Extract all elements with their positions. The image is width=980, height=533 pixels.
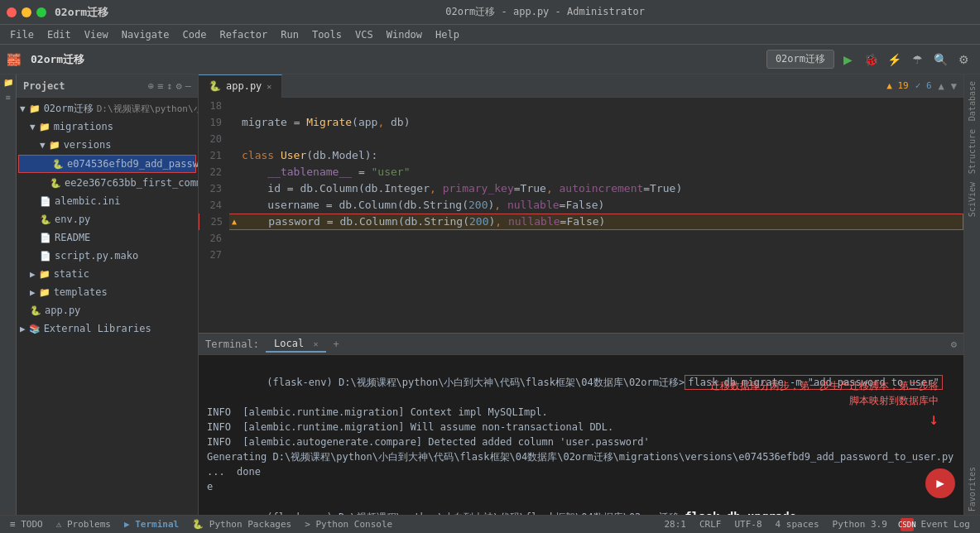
menu-run[interactable]: Run: [274, 27, 305, 42]
code-line-23: 23 id = db.Column(db.Integer, primary_ke…: [199, 180, 963, 197]
line-content-21: class User(db.Model):: [238, 147, 963, 164]
coverage-button[interactable]: ☂: [907, 50, 927, 70]
menu-view[interactable]: View: [78, 27, 115, 42]
versions-folder-icon: 📁: [49, 140, 60, 151]
migration-file-1-icon: 🐍: [52, 159, 64, 170]
play-button[interactable]: ▶: [925, 468, 955, 498]
sidebar-favorites-label[interactable]: Favorites: [966, 463, 978, 515]
tree-root-path: D:\视频课程\python\小白到大神: [97, 103, 198, 115]
menu-vcs[interactable]: VCS: [348, 27, 380, 42]
tree-env-py[interactable]: 🐍 env.py: [17, 210, 198, 228]
project-icon[interactable]: 📁: [2, 78, 15, 91]
tree-alembic-ini[interactable]: 📄 alembic.ini: [17, 192, 198, 210]
tree-static[interactable]: ▶ 📁 static: [17, 265, 198, 283]
statusbar-indent[interactable]: 4 spaces: [772, 519, 823, 530]
terminal-tab-close-icon[interactable]: ✕: [313, 339, 318, 348]
sidebar-sciview-label[interactable]: SciView: [966, 179, 978, 220]
menu-help[interactable]: Help: [429, 27, 466, 42]
statusbar-encoding[interactable]: UTF-8: [731, 519, 765, 530]
tree-migration-file-1[interactable]: 🐍 e074536efbd9_add_password_to_user.py: [18, 155, 196, 173]
statusbar-terminal[interactable]: ▶ Terminal: [121, 519, 182, 530]
project-header-icon4[interactable]: ⚙: [176, 80, 182, 92]
terminal-panel: Terminal: Local ✕ + ⚙ (flask-env) D:\视频课…: [199, 333, 963, 515]
sidebar-database-label[interactable]: Database: [966, 78, 978, 124]
menu-refactor[interactable]: Refactor: [213, 27, 274, 42]
project-header-icon5[interactable]: —: [185, 80, 191, 92]
terminal-line-8: (flask-env) D:\视频课程\python\小白到大神\代码\flas…: [207, 494, 955, 515]
statusbar-todo[interactable]: ≡ TODO: [7, 519, 46, 530]
code-line-20: 20: [199, 131, 963, 147]
menu-code[interactable]: Code: [176, 27, 214, 42]
line-num-25: 25: [199, 214, 229, 230]
tree-versions[interactable]: ▼ 📁 versions: [17, 136, 198, 154]
project-header-icon1[interactable]: ⊕: [148, 80, 154, 92]
terminal-content[interactable]: (flask-env) D:\视频课程\python\小白到大神\代码\flas…: [199, 355, 963, 515]
line-num-23: 23: [199, 180, 228, 197]
menu-tools[interactable]: Tools: [305, 27, 348, 42]
sidebar-structure-label[interactable]: Structure: [966, 126, 978, 177]
close-button[interactable]: [7, 7, 17, 17]
menu-window[interactable]: Window: [380, 27, 429, 42]
collapse-icon[interactable]: ▲: [939, 80, 944, 92]
code-line-25: 25 ▲ password = db.Column(db.String(200)…: [199, 214, 963, 230]
project-header-icon3[interactable]: ↕: [166, 80, 172, 92]
statusbar-language[interactable]: Python 3.9: [829, 519, 891, 530]
tab-app-py[interactable]: 🐍 app.py ✕: [199, 74, 282, 98]
tree-root[interactable]: ▼ 📁 02orm迁移 D:\视频课程\python\小白到大神: [17, 99, 198, 118]
statusbar-python-packages[interactable]: 🐍 Python Packages: [189, 519, 295, 530]
code-line-21: 21 class User(db.Model):: [199, 147, 963, 164]
maximize-button[interactable]: [36, 7, 46, 17]
tree-migration-file-2[interactable]: 🐍 ee2e367c63bb_first_commit.py: [17, 174, 198, 192]
static-expand: ▶: [30, 269, 36, 280]
toolbar: 🧱 02orm迁移 02orm迁移 ▶ 🐞 ⚡ ☂ 🔍 ⚙: [0, 45, 980, 74]
settings-icon[interactable]: ⚙: [954, 50, 973, 70]
sidebar-icon-strip: 📁 ≡: [0, 74, 17, 515]
run-config-dropdown[interactable]: 02orm迁移: [766, 50, 834, 69]
profile-button[interactable]: ⚡: [884, 50, 904, 70]
line-num-18: 18: [199, 98, 228, 114]
menu-navigate[interactable]: Navigate: [115, 27, 176, 42]
tree-readme-label: README: [55, 232, 90, 243]
tree-app-py-label: app.py: [45, 305, 80, 316]
templates-folder-icon: 📁: [39, 287, 50, 298]
statusbar-problems[interactable]: ⚠ Problems: [53, 519, 114, 530]
project-tree: ▼ 📁 02orm迁移 D:\视频课程\python\小白到大神 ▼ 📁 mig…: [17, 98, 198, 515]
tree-migrations[interactable]: ▼ 📁 migrations: [17, 118, 198, 136]
minimize-button[interactable]: [22, 7, 31, 17]
code-line-22: 22 __tablename__ = "user": [199, 164, 963, 180]
menu-edit[interactable]: Edit: [41, 27, 78, 42]
tree-templates[interactable]: ▶ 📁 templates: [17, 283, 198, 301]
line-content-25: password = db.Column(db.String(200), nul…: [239, 214, 963, 230]
menu-file[interactable]: File: [3, 27, 41, 42]
tab-close-icon[interactable]: ✕: [267, 82, 271, 91]
run-button[interactable]: ▶: [838, 50, 858, 70]
terminal-tab-local[interactable]: Local ✕: [266, 336, 326, 353]
project-header-icon2[interactable]: ≡: [157, 80, 163, 92]
tree-readme[interactable]: 📄 README: [17, 228, 198, 247]
toolbar-logo: 🧱: [7, 53, 21, 66]
search-button[interactable]: 🔍: [930, 50, 950, 70]
code-editor[interactable]: 18 19 migrate = Migrate(app, db) 20 21 c…: [199, 98, 963, 333]
statusbar-line-col: 28:1: [661, 519, 689, 530]
tree-root-expand: ▼: [20, 103, 26, 114]
terminal-add-button[interactable]: +: [329, 339, 342, 350]
tree-app-py[interactable]: 🐍 app.py: [17, 301, 198, 319]
terminal-tabs-bar: Terminal: Local ✕ + ⚙: [199, 334, 963, 355]
terminal-line-6: e: [207, 479, 955, 494]
terminal-settings-icon[interactable]: ⚙: [951, 339, 957, 350]
statusbar: ≡ TODO ⚠ Problems ▶ Terminal 🐍 Python Pa…: [0, 515, 980, 533]
statusbar-event-log[interactable]: CSDN Event Log: [897, 518, 973, 531]
window-controls[interactable]: [7, 7, 46, 17]
tree-external-libraries[interactable]: ▶ 📚 External Libraries: [17, 319, 198, 338]
statusbar-line-ending[interactable]: CRLF: [696, 519, 725, 530]
expand-icon[interactable]: ▼: [951, 80, 957, 92]
structure-icon[interactable]: ≡: [2, 93, 15, 106]
statusbar-python-console[interactable]: > Python Console: [301, 519, 396, 530]
tree-script-mako-label: script.py.mako: [55, 250, 138, 262]
main-layout: 📁 ≡ Project ⊕ ≡ ↕ ⚙ — ▼ 📁 02orm迁移 D:\视频课…: [0, 74, 980, 515]
menubar: File Edit View Navigate Code Refactor Ru…: [0, 25, 980, 45]
tree-versions-label: versions: [64, 139, 112, 151]
code-line-19: 19 migrate = Migrate(app, db): [199, 114, 963, 131]
tree-script-mako[interactable]: 📄 script.py.mako: [17, 247, 198, 265]
debug-button[interactable]: 🐞: [861, 50, 881, 70]
